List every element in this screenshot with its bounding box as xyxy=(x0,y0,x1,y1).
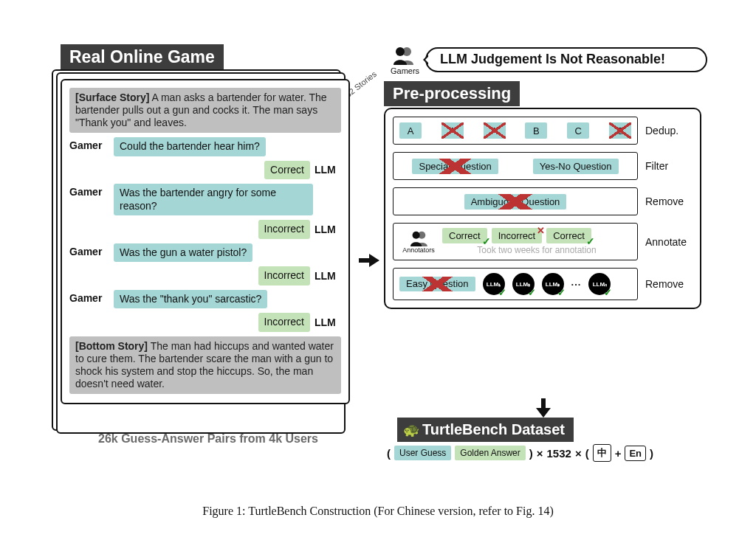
question-bubble: Could the bartender hear him? xyxy=(114,137,266,156)
annot-chip: Correct✓ xyxy=(442,228,487,243)
svg-point-1 xyxy=(402,47,411,56)
llm-label: LLM xyxy=(315,270,341,282)
turtle-icon: 🐢 xyxy=(403,423,419,437)
answer-row: Incorrect LLM xyxy=(69,266,341,285)
arrow-down-icon xyxy=(536,398,551,418)
dedup-chip-removed: A xyxy=(441,122,464,139)
step-label: Remove xyxy=(645,195,693,207)
annotators-icon: Annotators xyxy=(399,230,438,254)
step-label: Remove xyxy=(645,278,693,290)
dataset-formula: ( User Guess Golden Answer ) × 1532 × ( … xyxy=(387,444,653,462)
check-icon: ✓ xyxy=(482,235,491,247)
dedup-chip-removed: A xyxy=(484,122,506,139)
check-icon: ✓ xyxy=(528,287,536,298)
paren-open: ( xyxy=(387,447,391,460)
llm-dot: LLM₁✓ xyxy=(483,273,505,295)
answer-row: Incorrect LLM xyxy=(69,220,341,239)
answer-bubble: Incorrect xyxy=(258,313,310,332)
dataset-title: TurtleBench Dataset xyxy=(422,421,565,437)
surface-label: [Surface Story] xyxy=(75,91,149,103)
gamers-label: Gamers xyxy=(391,66,419,75)
annot-chip: Correct✓ xyxy=(546,228,591,243)
gamer-label: Gamer xyxy=(69,290,109,304)
llm-dot: LLM₃✓ xyxy=(542,273,564,295)
pre-card: A A A B C C Dedup. Special Question Yes-… xyxy=(384,108,701,309)
qa-row: Gamer Could the bartender hear him? xyxy=(69,137,341,156)
ellipsis: ··· xyxy=(571,279,582,290)
dedup-chip-removed: C xyxy=(609,122,631,139)
llm-dot: LLMₙ✓ xyxy=(588,273,611,295)
dataset-title-bar: 🐢TurtleBench Dataset xyxy=(397,418,574,442)
arrow-right-icon xyxy=(359,252,379,269)
check-icon: ✓ xyxy=(604,287,612,298)
llm-label: LLM xyxy=(315,316,341,328)
gamers-icon: Gamers xyxy=(391,46,419,75)
pre-title: Pre-processing xyxy=(384,81,520,106)
figure-caption: Figure 1: TurtleBench Construction (For … xyxy=(0,505,756,518)
filter-special: Special Question xyxy=(412,159,498,174)
mult-sign: × xyxy=(537,447,543,460)
surface-story: [Surface Story] A man asks a bartender f… xyxy=(69,88,341,133)
check-icon: ✓ xyxy=(557,287,566,298)
step-label: Annotate xyxy=(645,236,693,248)
x-icon: ✕ xyxy=(537,225,545,236)
user-guess-chip: User Guess xyxy=(394,446,451,460)
pre-row-remove-easy: Easy Question LLM₁✓ LLM₂✓ LLM₃✓ ··· LLMₙ… xyxy=(393,268,693,300)
llm-dot: LLM₂✓ xyxy=(512,273,535,295)
answer-row: Incorrect LLM xyxy=(69,313,341,332)
plus-sign: + xyxy=(615,447,622,460)
filter-yesno: Yes-No Question xyxy=(533,159,619,174)
paren-open: ( xyxy=(585,447,589,460)
qa-row: Gamer Was the gun a water pistol? xyxy=(69,243,341,263)
lang-zh: 中 xyxy=(593,444,611,462)
bottom-label: [Bottom Story] xyxy=(75,340,148,352)
annot-chip: Incorrect✕ xyxy=(492,228,543,243)
dedup-box: A A A B C C xyxy=(393,117,638,145)
paren-close: ) xyxy=(650,447,653,460)
answer-bubble: Correct xyxy=(264,161,310,180)
mult-sign: × xyxy=(575,447,582,460)
ambiguous-chip: Ambiguous Question xyxy=(464,194,567,210)
svg-point-3 xyxy=(418,231,425,238)
gamer-label: Gamer xyxy=(69,243,109,257)
preprocessing-panel: Pre-processing A A A B C C Dedup. Specia… xyxy=(384,81,709,309)
pre-row-dedup: A A A B C C Dedup. xyxy=(393,117,693,145)
step-label: Dedup. xyxy=(645,125,693,136)
question-bubble: Was the "thank you" sarcastic? xyxy=(114,290,267,309)
easy-chip: Easy Question xyxy=(399,277,475,291)
left-panel: Real Online Game 32 Stories [Surface Sto… xyxy=(61,44,356,446)
check-icon: ✓ xyxy=(498,287,506,298)
left-title: Real Online Game xyxy=(61,44,224,70)
answer-row: Correct LLM xyxy=(69,161,341,180)
gamer-label: Gamer xyxy=(69,137,109,151)
paren-close: ) xyxy=(529,447,533,460)
llm-label: LLM xyxy=(315,224,341,235)
check-icon: ✓ xyxy=(586,235,595,247)
gamer-label: Gamer xyxy=(69,184,109,198)
filter-box: Special Question Yes-No Question xyxy=(393,152,638,180)
answer-bubble: Incorrect xyxy=(258,266,310,285)
annotate-box: Annotators Correct✓ Incorrect✕ Correct✓ … xyxy=(393,223,638,260)
question-bubble: Was the bartender angry for some reason? xyxy=(114,184,313,215)
golden-answer-chip: Golden Answer xyxy=(455,446,525,460)
bottom-story: [Bottom Story] The man had hiccups and w… xyxy=(69,336,341,394)
pre-row-filter: Special Question Yes-No Question Filter xyxy=(393,152,693,180)
pre-row-remove-ambig: Ambiguous Question Remove xyxy=(393,187,693,215)
game-card: [Surface Story] A man asks a bartender f… xyxy=(61,79,350,404)
question-bubble: Was the gun a water pistol? xyxy=(114,243,252,263)
remove-ambig-box: Ambiguous Question xyxy=(393,187,638,215)
answer-bubble: Incorrect xyxy=(258,220,310,239)
qa-row: Gamer Was the "thank you" sarcastic? xyxy=(69,290,341,309)
pre-row-annotate: Annotators Correct✓ Incorrect✕ Correct✓ … xyxy=(393,223,693,260)
count-1532: 1532 xyxy=(547,447,571,460)
annot-sub: Took two weeks for annotation xyxy=(442,245,631,255)
step-label: Filter xyxy=(645,160,693,172)
annotate-body: Correct✓ Incorrect✕ Correct✓ Took two we… xyxy=(442,228,631,255)
dedup-chip: C xyxy=(567,122,589,139)
remove-easy-box: Easy Question LLM₁✓ LLM₂✓ LLM₃✓ ··· LLMₙ… xyxy=(393,268,638,300)
annotators-label: Annotators xyxy=(402,246,435,254)
dedup-chip: A xyxy=(399,122,422,139)
speech-bubble: LLM Judgement Is Not Reasonable! xyxy=(425,47,707,72)
llm-label: LLM xyxy=(315,164,341,176)
lang-en: En xyxy=(625,446,646,461)
